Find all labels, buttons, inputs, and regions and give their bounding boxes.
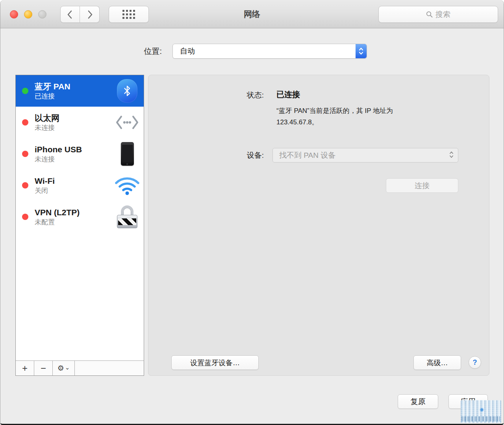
- location-value: 自动: [173, 46, 195, 56]
- add-service-button[interactable]: +: [16, 361, 34, 375]
- service-name: 蓝牙 PAN: [35, 81, 70, 92]
- chevron-right-icon: [85, 9, 94, 20]
- service-row-ethernet[interactable]: 以太网 未连接: [16, 107, 144, 138]
- service-row-wifi[interactable]: Wi-Fi 关闭: [16, 170, 144, 201]
- search-placeholder: 搜索: [435, 9, 450, 20]
- status-description-line2: 123.45.67.8。: [276, 116, 393, 128]
- service-name: Wi-Fi: [35, 176, 55, 186]
- help-button[interactable]: ?: [469, 356, 481, 369]
- service-status: 已连接: [35, 92, 70, 100]
- device-value: 找不到 PAN 设备: [273, 150, 335, 161]
- service-name: VPN (L2TP): [35, 207, 80, 218]
- ethernet-icon: [115, 110, 140, 135]
- remove-service-button[interactable]: −: [34, 361, 53, 375]
- chevron-down-icon: ⌄: [65, 364, 70, 371]
- lock-icon: [115, 204, 140, 229]
- status-dot: [22, 182, 28, 188]
- back-button[interactable]: [60, 6, 80, 23]
- network-preferences-window: 网络 搜索 位置: 自动 蓝牙 PAN 已连接: [0, 0, 504, 425]
- service-status: 关闭: [35, 187, 55, 195]
- iphone-icon: [115, 141, 140, 166]
- service-name: iPhone USB: [35, 144, 82, 155]
- services-list: 蓝牙 PAN 已连接 以太网 未连接: [15, 75, 144, 376]
- nav-buttons: [60, 6, 100, 23]
- chevron-up-down-icon: [449, 151, 454, 160]
- service-status: 未连接: [35, 155, 82, 163]
- status-dot: [22, 151, 28, 157]
- services-toolbar: + − ⚙ ⌄: [16, 360, 144, 375]
- service-row-bluetooth-pan[interactable]: 蓝牙 PAN 已连接: [16, 75, 144, 107]
- search-icon: [426, 11, 433, 18]
- zoom-button: [38, 10, 46, 18]
- status-description: “蓝牙 PAN”当前是活跃的，其 IP 地址为 123.45.67.8。: [276, 105, 393, 128]
- status-label: 状态:: [213, 90, 264, 100]
- show-all-button[interactable]: [109, 6, 149, 23]
- stepper-icon: [356, 44, 367, 58]
- titlebar: 网络 搜索: [0, 0, 504, 28]
- revert-button[interactable]: 复原: [398, 394, 438, 409]
- forward-button[interactable]: [80, 6, 100, 23]
- service-status: 未连接: [35, 124, 59, 132]
- detail-panel: 状态: 已连接 “蓝牙 PAN”当前是活跃的，其 IP 地址为 123.45.6…: [148, 75, 489, 376]
- status-value: 已连接: [276, 89, 300, 100]
- status-dot: [22, 119, 28, 126]
- location-label: 位置:: [103, 46, 162, 57]
- search-input[interactable]: 搜索: [378, 6, 498, 23]
- device-label: 设备:: [213, 150, 264, 161]
- status-description-line1: “蓝牙 PAN”当前是活跃的，其 IP 地址为: [276, 105, 393, 116]
- gear-icon: ⚙: [57, 364, 64, 373]
- close-button[interactable]: [10, 10, 18, 18]
- service-name: 以太网: [35, 113, 59, 123]
- wifi-icon: [115, 173, 140, 198]
- service-actions-button[interactable]: ⚙ ⌄: [53, 361, 75, 375]
- status-dot: [22, 88, 28, 94]
- connect-button[interactable]: 连接: [386, 178, 458, 193]
- service-row-iphone-usb[interactable]: iPhone USB 未连接: [16, 138, 144, 170]
- minimize-button[interactable]: [24, 10, 32, 18]
- watermark: [461, 400, 501, 423]
- advanced-button[interactable]: 高级…: [413, 355, 461, 370]
- chevron-left-icon: [66, 9, 74, 20]
- location-popup[interactable]: 自动: [172, 44, 367, 59]
- bluetooth-icon: [115, 78, 140, 103]
- service-status: 未配置: [35, 218, 80, 226]
- grid-icon: [122, 10, 135, 19]
- service-row-vpn-l2tp[interactable]: VPN (L2TP) 未配置: [16, 201, 144, 233]
- status-dot: [22, 214, 28, 220]
- device-popup[interactable]: 找不到 PAN 设备: [272, 148, 458, 163]
- setup-bluetooth-button[interactable]: 设置蓝牙设备…: [171, 355, 259, 370]
